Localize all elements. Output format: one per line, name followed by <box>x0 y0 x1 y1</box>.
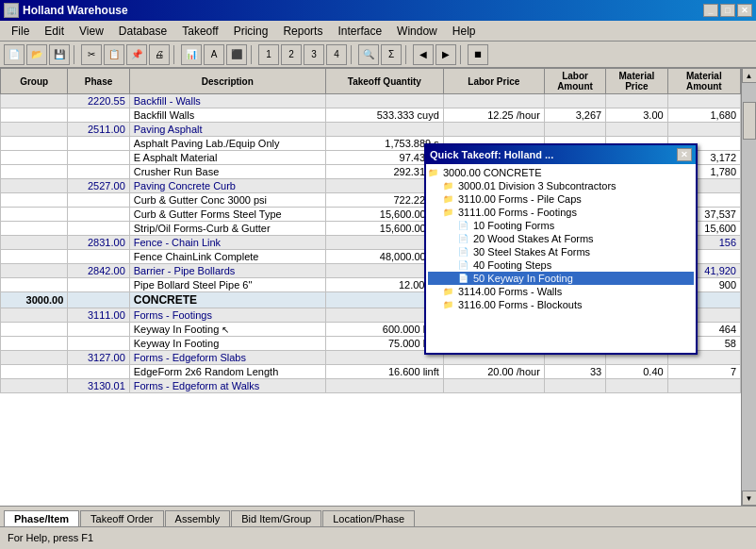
header-material-amount: Material Amount <box>667 69 740 94</box>
folder-icon: 📁 <box>443 181 458 191</box>
tab-takeoff-order[interactable]: Takeoff Order <box>80 510 163 526</box>
prev-button[interactable]: ◀ <box>413 44 434 65</box>
tree-item[interactable]: 📁3110.00 Forms - Pile Caps <box>428 192 694 206</box>
tree-item[interactable]: 📁3000.00 CONCRETE <box>428 166 694 179</box>
file-icon: 📄 <box>458 234 473 243</box>
toolbar-btn-6[interactable]: A <box>204 44 224 65</box>
stop-button[interactable]: ⏹ <box>468 44 488 65</box>
table-row[interactable]: 2511.00Paving Asphalt <box>1 123 741 137</box>
minimize-button[interactable]: _ <box>703 4 718 17</box>
popup-title-bar: Quick Takeoff: Holland ... ✕ <box>426 145 696 164</box>
main-area: Group Phase Description Takeoff Quantity… <box>0 68 756 506</box>
toolbar-btn-5[interactable]: 📊 <box>181 44 202 65</box>
header-labor-price: Labor Price <box>443 69 544 94</box>
tab-phase-item[interactable]: Phase/Item <box>4 510 79 526</box>
header-group: Group <box>1 69 68 94</box>
paste-button[interactable]: 📌 <box>126 44 147 65</box>
popup-close-button[interactable]: ✕ <box>677 148 692 161</box>
menu-database[interactable]: Database <box>111 23 174 40</box>
popup-title-text: Quick Takeoff: Holland ... <box>430 149 553 160</box>
new-button[interactable]: 📄 <box>4 44 25 65</box>
status-bar: For Help, press F1 <box>0 526 756 547</box>
status-text: For Help, press F1 <box>8 532 93 543</box>
file-icon: 📄 <box>458 274 473 283</box>
next-button[interactable]: ▶ <box>436 44 456 65</box>
menu-interface[interactable]: Interface <box>330 23 389 40</box>
maximize-button[interactable]: □ <box>720 4 735 17</box>
toolbar-btn-4[interactable]: 🖨 <box>149 44 170 65</box>
scroll-track[interactable] <box>742 83 757 491</box>
header-phase: Phase <box>68 69 129 94</box>
toolbar-btn-7[interactable]: ⬛ <box>226 44 247 65</box>
header-labor-amount: Labor Amount <box>544 69 605 94</box>
menu-bar: File Edit View Database Takeoff Pricing … <box>0 21 756 42</box>
menu-reports[interactable]: Reports <box>275 23 330 40</box>
toolbar-btn-11[interactable]: 4 <box>326 44 347 65</box>
table-row[interactable]: Backfill Walls533.333 cuyd12.25 /hour3,2… <box>1 108 741 123</box>
table-row[interactable]: 3130.01Forms - Edgeform at Walks <box>1 379 741 393</box>
tree-item[interactable]: 📄10 Footing Forms <box>428 219 694 232</box>
toolbar-separator-3 <box>251 45 255 64</box>
menu-window[interactable]: Window <box>389 23 445 40</box>
tree-item[interactable]: 📁3114.00 Forms - Walls <box>428 285 694 298</box>
tree-item[interactable]: 📁3116.00 Forms - Blockouts <box>428 298 694 311</box>
header-material-price: Material Price <box>606 69 667 94</box>
file-icon: 📄 <box>458 247 473 257</box>
folder-icon: 📁 <box>443 300 458 309</box>
toolbar: 📄 📂 💾 ✂ 📋 📌 🖨 📊 A ⬛ 1 2 3 4 🔍 Σ ◀ ▶ ⏹ <box>0 42 756 68</box>
tree-item[interactable]: 📁3111.00 Forms - Footings <box>428 206 694 219</box>
popup-content: 📁3000.00 CONCRETE📁3000.01 Division 3 Sub… <box>426 164 696 353</box>
tree-item[interactable]: 📁3000.01 Division 3 Subcontractors <box>428 179 694 192</box>
menu-view[interactable]: View <box>72 23 111 40</box>
menu-edit[interactable]: Edit <box>37 23 72 40</box>
tab-location-phase[interactable]: Location/Phase <box>322 510 415 526</box>
open-button[interactable]: 📂 <box>26 44 47 65</box>
copy-button[interactable]: 📋 <box>104 44 124 65</box>
folder-icon: 📁 <box>428 168 443 177</box>
tree-item[interactable]: 📄20 Wood Stakes At Forms <box>428 232 694 245</box>
table-row[interactable]: 2220.55Backfill - Walls <box>1 94 741 108</box>
menu-pricing[interactable]: Pricing <box>226 23 276 40</box>
tab-bid-item-group[interactable]: Bid Item/Group <box>231 510 321 526</box>
toolbar-btn-8[interactable]: 1 <box>258 44 279 65</box>
close-button[interactable]: ✕ <box>737 4 752 17</box>
file-icon: 📄 <box>458 221 473 230</box>
window-controls[interactable]: _ □ ✕ <box>703 4 752 17</box>
menu-help[interactable]: Help <box>445 23 484 40</box>
scroll-up-button[interactable]: ▲ <box>742 68 757 83</box>
title-text: Holland Warehouse <box>23 4 128 17</box>
toolbar-separator-2 <box>173 45 177 64</box>
scroll-down-button[interactable]: ▼ <box>742 491 757 506</box>
header-description: Description <box>129 69 325 94</box>
file-icon: 📄 <box>458 260 473 270</box>
toolbar-separator-1 <box>74 45 77 64</box>
toolbar-separator-6 <box>460 45 464 64</box>
scroll-thumb[interactable] <box>743 102 756 140</box>
tree-item[interactable]: 📄50 Keyway In Footing <box>428 272 694 285</box>
app-icon: 🏢 <box>4 3 19 18</box>
folder-icon: 📁 <box>443 208 458 217</box>
menu-takeoff[interactable]: Takeoff <box>174 23 225 40</box>
toolbar-btn-9[interactable]: 2 <box>281 44 302 65</box>
toolbar-separator-5 <box>405 45 409 64</box>
toolbar-btn-10[interactable]: 3 <box>304 44 324 65</box>
zoom-button[interactable]: 🔍 <box>358 44 379 65</box>
folder-icon: 📁 <box>443 194 458 204</box>
title-bar: 🏢 Holland Warehouse _ □ ✕ <box>0 0 756 21</box>
quick-takeoff-popup: Quick Takeoff: Holland ... ✕ 📁3000.00 CO… <box>424 143 698 355</box>
sum-button[interactable]: Σ <box>381 44 402 65</box>
save-button[interactable]: 💾 <box>49 44 70 65</box>
toolbar-separator-4 <box>351 45 354 64</box>
vertical-scrollbar[interactable]: ▲ ▼ <box>741 68 756 506</box>
tree-item[interactable]: 📄40 Footing Steps <box>428 258 694 272</box>
cut-button[interactable]: ✂ <box>81 44 102 65</box>
table-row[interactable]: EdgeForm 2x6 Random Length16.600 linft20… <box>1 365 741 379</box>
tree-item[interactable]: 📄30 Steel Stakes At Forms <box>428 245 694 258</box>
folder-icon: 📁 <box>443 287 458 296</box>
menu-file[interactable]: File <box>4 23 37 40</box>
header-takeoff-qty: Takeoff Quantity <box>325 69 443 94</box>
tab-assembly[interactable]: Assembly <box>165 510 231 526</box>
tabs-bar: Phase/Item Takeoff Order Assembly Bid It… <box>0 506 756 526</box>
